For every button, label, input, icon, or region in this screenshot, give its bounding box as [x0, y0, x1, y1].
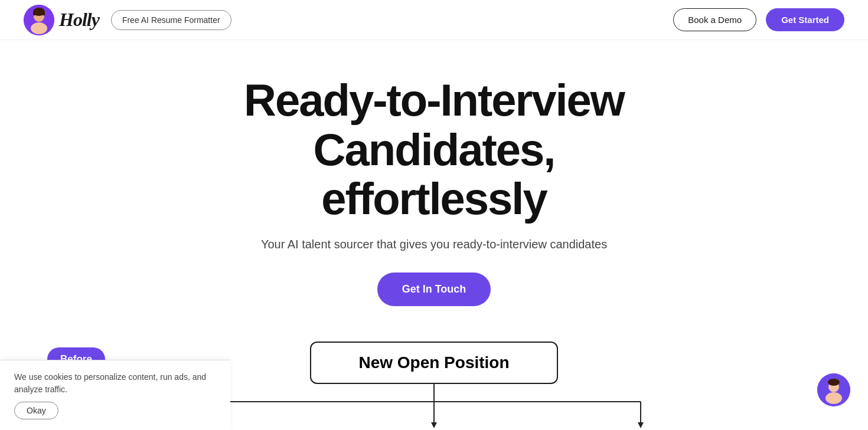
svg-rect-5 — [33, 12, 45, 15]
cookie-banner: We use cookies to personalize content, r… — [0, 360, 230, 430]
cookie-okay-button[interactable]: Okay — [14, 402, 58, 419]
logo-area: Holly — [24, 5, 99, 35]
hero-subtitle: Your AI talent sourcer that gives you re… — [24, 238, 844, 251]
svg-point-21 — [828, 379, 840, 386]
new-open-position-box: New Open Position — [310, 342, 557, 384]
get-in-touch-button[interactable]: Get In Touch — [377, 273, 491, 306]
svg-marker-11 — [431, 422, 437, 428]
hero-section: Ready-to-Interview Candidates, effortles… — [0, 40, 868, 324]
svg-point-2 — [31, 22, 47, 34]
navbar: Holly Free AI Resume Formatter Book a De… — [0, 0, 868, 40]
hero-title: Ready-to-Interview Candidates, effortles… — [139, 76, 729, 224]
logo-avatar — [24, 5, 54, 35]
floating-chat-button[interactable] — [817, 373, 850, 406]
logo-text: Holly — [59, 9, 99, 31]
book-demo-button[interactable]: Book a Demo — [673, 8, 756, 31]
nav-right: Book a Demo Get Started — [673, 8, 844, 31]
get-started-button[interactable]: Get Started — [766, 8, 844, 31]
resume-formatter-button[interactable]: Free AI Resume Formatter — [111, 10, 231, 30]
svg-marker-13 — [638, 422, 644, 428]
svg-point-20 — [825, 392, 842, 404]
nav-left: Holly Free AI Resume Formatter — [24, 5, 231, 35]
cookie-text: We use cookies to personalize content, r… — [14, 371, 216, 396]
